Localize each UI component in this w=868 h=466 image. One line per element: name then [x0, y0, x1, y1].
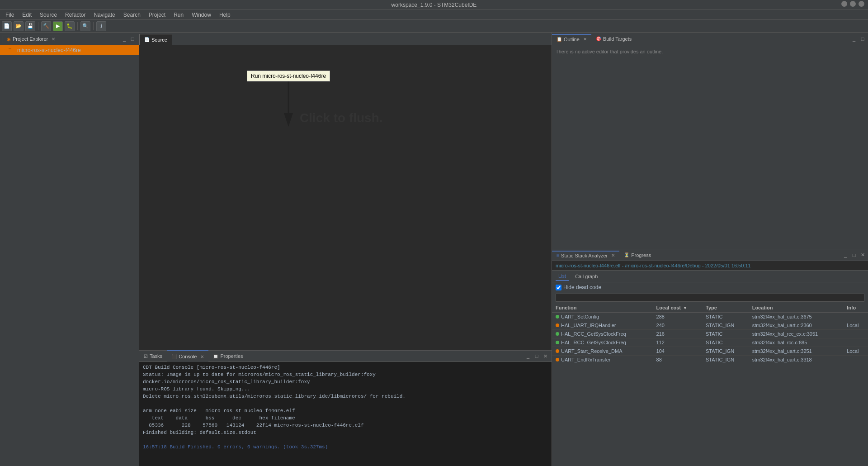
menu-window[interactable]: Window	[188, 11, 215, 19]
cell-info	[843, 338, 868, 347]
ssa-maximize-btn[interactable]: □	[850, 252, 858, 259]
console-close-btn[interactable]: ✕	[542, 352, 549, 360]
ssa-close-btn[interactable]: ✕	[859, 252, 866, 259]
bottom-tab-controls: _ □ ✕	[524, 352, 552, 360]
console-minimize-btn[interactable]: _	[524, 352, 532, 360]
table-row[interactable]: UART_Start_Receive_DMA104STATIC_IGNstm32…	[552, 347, 868, 356]
col-location[interactable]: Location	[749, 303, 843, 313]
orange-dot-icon	[556, 358, 559, 361]
cell-location: stm32f4xx_hal_rcc_ex.c:3051	[749, 330, 843, 338]
table-row[interactable]: UART_SetConfig288STATICstm32f4xx_hal_uar…	[552, 313, 868, 321]
project-explorer-tab[interactable]: ◉ Project Explorer ✕	[3, 35, 59, 43]
search-btn[interactable]: 🔍	[80, 21, 90, 31]
maximize-panel-btn[interactable]: □	[129, 35, 136, 43]
ssa-main-tab[interactable]: ≡ Static Stack Analyzer ✕	[552, 251, 619, 260]
col-local-cost[interactable]: Local cost ▼	[653, 303, 702, 313]
toolbar: 📄 📂 💾 🔨 ▶ 🐛 🔍 ℹ	[0, 20, 868, 33]
minimize-panel-btn[interactable]: _	[121, 35, 128, 43]
cell-function: HAL_RCC_GetSysClockFreq	[552, 338, 653, 347]
table-row[interactable]: HAL_UART_IRQHandler240STATIC_IGNstm32f4x…	[552, 321, 868, 330]
ssa-path: micro-ros-st-nucleo-f446re.elf - /micro-…	[552, 261, 868, 271]
menu-run[interactable]: Run	[170, 11, 187, 19]
col-type[interactable]: Type	[702, 303, 749, 313]
editor-tabs: 📄 Source	[139, 33, 552, 45]
run-button[interactable]: ▶	[53, 21, 63, 31]
right-top-tabs: 📋 Outline ✕ 🎯 Build Targets _ □	[552, 33, 868, 45]
menu-file[interactable]: File	[2, 11, 18, 19]
ssa-panel: ≡ Static Stack Analyzer ✕ ⏳ Progress _ □…	[552, 249, 868, 466]
table-row[interactable]: HAL_RCC_GetSysClockFreq216STATICstm32f4x…	[552, 330, 868, 338]
outline-close[interactable]: ✕	[583, 37, 587, 42]
left-panel: ◉ Project Explorer ✕ _ □ ▶ micro-ros-st-…	[0, 33, 139, 466]
maximize-button[interactable]	[859, 1, 864, 7]
ssa-minimize-btn[interactable]: _	[842, 252, 849, 259]
ssa-sub-tabs: List Call graph	[552, 271, 868, 282]
project-tree-item[interactable]: ▶ micro-ros-st-nucleo-f446re	[0, 45, 139, 55]
info-btn[interactable]: ℹ	[96, 21, 106, 31]
main-container: ◉ Project Explorer ✕ _ □ ▶ micro-ros-st-…	[0, 33, 868, 466]
cell-info: Local	[843, 321, 868, 330]
console-close[interactable]: ✕	[200, 354, 204, 359]
console-maximize-btn[interactable]: □	[533, 352, 540, 360]
project-explorer-header: ◉ Project Explorer ✕ _ □	[0, 33, 139, 45]
properties-tab[interactable]: 🔲 Properties	[208, 350, 247, 362]
window-controls	[841, 1, 864, 7]
console-line-2: docker.io/microros/micro_ros_static_libr…	[143, 378, 548, 385]
build-targets-tab[interactable]: 🎯 Build Targets	[591, 34, 636, 43]
save-button[interactable]: 💾	[25, 21, 35, 31]
ssa-progress-tab[interactable]: ⏳ Progress	[619, 251, 656, 259]
ssa-list-tab[interactable]: List	[556, 272, 569, 281]
project-explorer-close[interactable]: ✕	[52, 37, 55, 42]
table-row[interactable]: HAL_RCC_GetSysClockFreq112STATICstm32f4x…	[552, 338, 868, 347]
cell-local-cost: 240	[653, 321, 702, 330]
menu-project[interactable]: Project	[145, 11, 169, 19]
console-line-4: Delete micro_ros_stm32cubemx_utils/micro…	[143, 393, 548, 400]
table-row[interactable]: UART_EndRxTransfer88STATIC_IGNstm32f4xx_…	[552, 356, 868, 364]
tasks-tab[interactable]: ☑ Tasks	[139, 350, 167, 362]
outline-minimize-btn[interactable]: _	[850, 35, 858, 43]
run-tooltip: Run micro-ros-st-nucleo-f446re	[247, 71, 330, 81]
cell-local-cost: 104	[653, 347, 702, 356]
console-output: CDT Build Console [micro-ros-st-nucleo-f…	[139, 362, 552, 466]
cell-type: STATIC	[702, 330, 749, 338]
panel-controls: _ □	[121, 35, 136, 43]
console-build-finished: 16:57:18 Build Finished. 0 errors, 0 war…	[143, 443, 548, 451]
console-tab[interactable]: ⬛ Console ✕	[167, 350, 208, 362]
new-button[interactable]: 📄	[2, 21, 12, 31]
ssa-table: Function Local cost ▼ Type Location	[552, 303, 868, 364]
open-button[interactable]: 📂	[14, 21, 24, 31]
close-button[interactable]	[841, 1, 847, 7]
build-button[interactable]: 🔨	[41, 21, 51, 31]
window-title: workspace_1.9.0 - STM32CubeIDE	[392, 2, 477, 8]
outline-maximize-btn[interactable]: □	[859, 35, 866, 43]
minimize-button[interactable]	[850, 1, 856, 7]
menu-navigate[interactable]: Navigate	[90, 11, 118, 19]
menu-help[interactable]: Help	[216, 11, 234, 19]
source-tab[interactable]: 📄 Source	[139, 34, 172, 45]
editor-area[interactable]: Run micro-ros-st-nucleo-f446re Click to …	[139, 45, 552, 350]
col-function[interactable]: Function	[552, 303, 653, 313]
cell-local-cost: 216	[653, 330, 702, 338]
ssa-callgraph-tab[interactable]: Call graph	[572, 272, 600, 281]
console-line-10	[143, 436, 548, 443]
cell-local-cost: 288	[653, 313, 702, 321]
outline-tab[interactable]: 📋 Outline ✕	[552, 34, 591, 44]
ssa-search-input[interactable]	[556, 294, 864, 302]
cell-location: stm32f4xx_hal_uart.c:3251	[749, 347, 843, 356]
cell-type: STATIC_IGN	[702, 356, 749, 364]
debug-button[interactable]: 🐛	[65, 21, 75, 31]
menu-edit[interactable]: Edit	[19, 11, 35, 19]
ssa-close[interactable]: ✕	[611, 253, 615, 258]
ssa-table-container[interactable]: Function Local cost ▼ Type Location	[552, 303, 868, 466]
cell-info: Local	[843, 347, 868, 356]
cell-location: stm32f4xx_hal_uart.c:3318	[749, 356, 843, 364]
cell-location: stm32f4xx_hal_uart.c:3675	[749, 313, 843, 321]
right-top: 📋 Outline ✕ 🎯 Build Targets _ □ There is…	[552, 33, 868, 249]
hide-dead-code-checkbox[interactable]	[556, 285, 561, 290]
menu-refactor[interactable]: Refactor	[61, 11, 89, 19]
menu-source[interactable]: Source	[36, 11, 61, 19]
project-tree: ▶ micro-ros-st-nucleo-f446re	[0, 45, 139, 466]
menu-search[interactable]: Search	[120, 11, 144, 19]
svg-marker-3	[284, 113, 293, 127]
col-info[interactable]: Info	[843, 303, 868, 313]
